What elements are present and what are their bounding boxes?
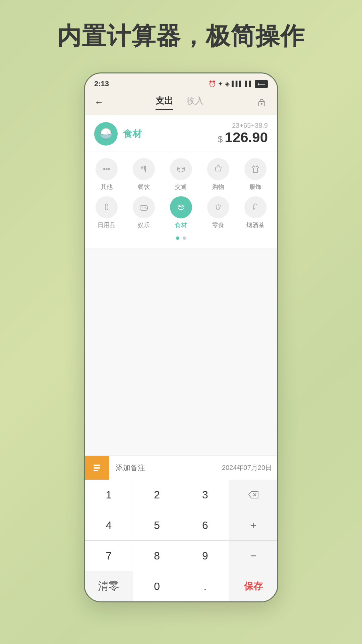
category-daily[interactable]: 日用品 — [92, 196, 122, 229]
category-transport[interactable]: 交通 — [166, 158, 196, 191]
alarm-icon: ⏰ — [208, 80, 216, 88]
svg-point-4 — [108, 168, 110, 170]
svg-rect-23 — [94, 470, 98, 471]
category-section: 其他 餐饮 交通 购物 — [85, 152, 277, 248]
snacks-label: 零食 — [212, 221, 224, 229]
key-clear[interactable]: 清零 — [85, 571, 133, 601]
category-food[interactable]: 食材 — [166, 196, 196, 229]
svg-point-19 — [178, 205, 184, 210]
key-dot[interactable]: . — [181, 571, 229, 601]
currency-symbol: $ — [218, 134, 223, 145]
keypad: 1 2 3 4 5 6 + 7 8 9 − — [85, 480, 277, 601]
key-delete[interactable] — [229, 480, 277, 510]
shopping-label: 购物 — [212, 183, 224, 191]
other-icon — [96, 158, 118, 180]
main-category-icon: 🍚 — [94, 122, 118, 146]
transport-icon — [170, 158, 192, 180]
tab-expense[interactable]: 支出 — [156, 95, 173, 110]
key-5[interactable]: 5 — [133, 510, 181, 540]
status-bar: 2:13 ⏰ ✦ ◈ ▌▌▌ ▌▌ ⟵ — [85, 73, 277, 92]
status-icons: ⏰ ✦ ◈ ▌▌▌ ▌▌ ⟵ — [208, 80, 268, 88]
svg-rect-9 — [182, 168, 184, 169]
battery-icon: ⟵ — [255, 80, 268, 88]
clothing-label: 服饰 — [249, 183, 261, 191]
key-9[interactable]: 9 — [181, 541, 229, 571]
daily-label: 日用品 — [98, 221, 116, 229]
key-save[interactable]: 保存 — [229, 571, 277, 601]
dot-active — [176, 236, 179, 240]
tab-income[interactable]: 收入 — [186, 95, 204, 110]
key-0[interactable]: 0 — [133, 571, 181, 601]
category-snacks[interactable]: 零食 — [203, 196, 233, 229]
dining-icon — [133, 158, 155, 180]
tobacco-label: 烟酒茶 — [246, 221, 264, 229]
status-time: 2:13 — [94, 79, 109, 88]
key-8[interactable]: 8 — [133, 541, 181, 571]
other-label: 其他 — [101, 183, 113, 191]
key-2[interactable]: 2 — [133, 480, 181, 510]
svg-rect-8 — [178, 168, 180, 169]
svg-point-18 — [146, 208, 147, 209]
snacks-icon — [207, 196, 229, 218]
food-label: 食材 — [175, 221, 187, 229]
category-row-1: 其他 餐饮 交通 购物 — [88, 158, 274, 191]
note-icon — [85, 456, 109, 480]
transport-label: 交通 — [175, 183, 187, 191]
svg-rect-22 — [94, 467, 100, 469]
category-clothing[interactable]: 服饰 — [240, 158, 270, 191]
key-4[interactable]: 4 — [85, 510, 133, 540]
nav-tabs: 支出 收入 — [104, 95, 256, 110]
signal2-icon: ▌▌ — [245, 81, 253, 87]
tobacco-icon — [244, 196, 266, 218]
entertainment-icon — [133, 196, 155, 218]
note-row: 2024年07月20日 — [85, 455, 277, 480]
svg-rect-1 — [261, 103, 262, 105]
bottom-section: 2024年07月20日 1 2 3 4 5 6 + — [85, 455, 277, 601]
category-row-2: 日用品 娱乐 食材 零 — [88, 196, 274, 229]
signal1-icon: ▌▌▌ — [232, 81, 243, 87]
svg-point-3 — [106, 168, 108, 170]
key-minus[interactable]: − — [229, 541, 277, 571]
amount-expression: 23+65+38.9 — [218, 122, 268, 129]
key-6[interactable]: 6 — [181, 510, 229, 540]
bluetooth-icon: ✦ — [218, 80, 223, 88]
svg-rect-12 — [105, 204, 108, 210]
amount-display: 23+65+38.9 $ 126.90 — [218, 122, 268, 146]
key-1[interactable]: 1 — [85, 480, 133, 510]
svg-point-17 — [145, 207, 146, 208]
amount-section: 🍚 食材 23+65+38.9 $ 126.90 — [85, 115, 277, 152]
category-shopping[interactable]: 购物 — [203, 158, 233, 191]
category-tobacco[interactable]: 烟酒茶 — [240, 196, 270, 229]
amount-value: 126.90 — [225, 129, 268, 146]
category-entertainment[interactable]: 娱乐 — [129, 196, 159, 229]
note-date: 2024年07月20日 — [222, 463, 277, 472]
wifi-icon: ◈ — [225, 80, 230, 88]
page-title: 内置计算器，极简操作 — [57, 20, 305, 52]
back-button[interactable]: ← — [94, 97, 104, 108]
category-other[interactable]: 其他 — [92, 158, 122, 191]
category-dining[interactable]: 餐饮 — [129, 158, 159, 191]
svg-rect-21 — [94, 465, 100, 466]
lock-icon[interactable] — [256, 96, 268, 108]
dot-inactive — [183, 236, 186, 240]
svg-point-2 — [103, 168, 105, 170]
note-input[interactable] — [109, 464, 222, 472]
key-7[interactable]: 7 — [85, 541, 133, 571]
daily-icon — [96, 196, 118, 218]
entertainment-label: 娱乐 — [138, 221, 150, 229]
main-category-name: 食材 — [123, 127, 142, 140]
svg-point-10 — [179, 171, 180, 172]
pagination — [88, 234, 274, 242]
svg-point-11 — [182, 171, 183, 172]
clothing-icon — [244, 158, 266, 180]
food-icon — [170, 196, 192, 218]
empty-area — [85, 248, 277, 455]
main-content: 🍚 食材 23+65+38.9 $ 126.90 其他 — [85, 115, 277, 601]
shopping-icon — [207, 158, 229, 180]
key-plus[interactable]: + — [229, 510, 277, 540]
phone-frame: 2:13 ⏰ ✦ ◈ ▌▌▌ ▌▌ ⟵ ← 支出 收入 🍚 — [84, 72, 278, 602]
dining-label: 餐饮 — [138, 183, 150, 191]
key-3[interactable]: 3 — [181, 480, 229, 510]
nav-bar: ← 支出 收入 — [85, 92, 277, 115]
